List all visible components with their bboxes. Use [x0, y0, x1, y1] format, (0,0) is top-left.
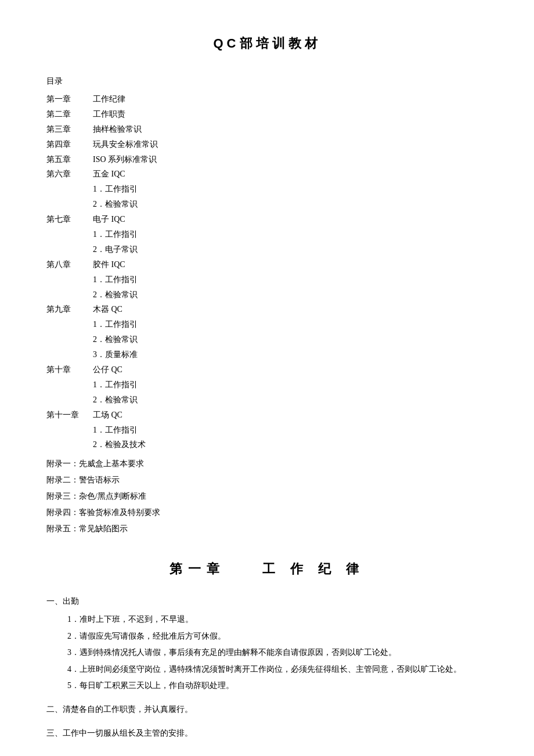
list-item-4-text: 4．上班时间必须坚守岗位，遇特殊情况须暂时离开工作岗位，必须先征得组长、主管同意… — [67, 665, 461, 674]
section3-title: 三、工作中一切服从组长及主管的安排。 — [46, 726, 488, 741]
toc-sub-9-3: 3．质量标准 — [46, 347, 488, 362]
list-item-5: 5．每日旷工积累三天以上，作自动辞职处理。 — [67, 678, 488, 694]
toc-content-7: 电子 IQC — [93, 212, 125, 227]
toc-content-10: 公仔 QC — [93, 362, 122, 377]
list-item-2: 2．请假应先写请假条，经批准后方可休假。 — [67, 629, 488, 645]
toc-row-8: 第八章 胶件 IQC — [46, 257, 488, 272]
toc-sub-10-2: 2．检验常识 — [46, 393, 488, 408]
list-item-1: 1．准时上下班，不迟到，不早退。 — [67, 612, 488, 628]
main-title: QC部培训教材 — [46, 35, 488, 52]
toc-content-6: 五金 IQC — [93, 167, 125, 182]
chapter1-title: 第一章 工 作 纪 律 — [46, 560, 488, 578]
toc-content-2: 工作职责 — [93, 107, 125, 122]
list-item-2-text: 2．请假应先写请假条，经批准后方可休假。 — [67, 632, 226, 640]
toc-content-9: 木器 QC — [93, 302, 122, 317]
toc-row-10: 第十章 公仔 QC — [46, 362, 488, 377]
toc-content-4: 玩具安全标准常识 — [93, 137, 158, 152]
section1-list: 1．准时上下班，不迟到，不早退。 2．请假应先写请假条，经批准后方可休假。 3．… — [46, 612, 488, 694]
appendix-5: 附录五：常见缺陷图示 — [46, 521, 488, 537]
appendix-4: 附录四：客验货标准及特别要求 — [46, 505, 488, 521]
toc-row-2: 第二章 工作职责 — [46, 107, 488, 122]
toc-row-3: 第三章 抽样检验常识 — [46, 122, 488, 137]
toc-sub-6-1: 1．工作指引 — [46, 182, 488, 197]
toc-row-1: 第一章 工作纪律 — [46, 92, 488, 107]
toc-sub-9-2: 2．检验常识 — [46, 332, 488, 347]
toc-sub-7-1: 1．工作指引 — [46, 227, 488, 242]
chapter1-content: 一、出勤 1．准时上下班，不迟到，不早退。 2．请假应先写请假条，经批准后方可休… — [46, 594, 488, 741]
toc-chapter-11: 第十一章 — [46, 408, 93, 423]
toc-chapter-3: 第三章 — [46, 122, 93, 137]
toc-sub-10-1: 1．工作指引 — [46, 377, 488, 393]
appendix-2: 附录二：警告语标示 — [46, 472, 488, 488]
toc-chapter-6: 第六章 — [46, 167, 93, 182]
toc-row-7: 第七章 电子 IQC — [46, 212, 488, 227]
toc-sub-11-2: 2．检验及技术 — [46, 437, 488, 452]
toc-label: 目录 — [46, 73, 488, 89]
toc-chapter-8: 第八章 — [46, 257, 93, 272]
list-item-5-text: 5．每日旷工积累三天以上，作自动辞职处理。 — [67, 681, 234, 690]
toc-content-8: 胶件 IQC — [93, 257, 125, 272]
toc-content-11: 工场 QC — [93, 408, 122, 423]
toc-row-4: 第四章 玩具安全标准常识 — [46, 137, 488, 152]
toc-content-5: ISO 系列标准常识 — [93, 152, 157, 167]
toc-chapter-1: 第一章 — [46, 92, 93, 107]
toc-row-6: 第六章 五金 IQC — [46, 167, 488, 182]
toc-section: 目录 第一章 工作纪律 第二章 工作职责 第三章 抽样检验常识 第四章 玩具安全… — [46, 73, 488, 537]
toc-chapter-9: 第九章 — [46, 302, 93, 317]
appendix-1: 附录一：先威盒上基本要求 — [46, 456, 488, 472]
toc-chapter-5: 第五章 — [46, 152, 93, 167]
list-item-1-text: 1．准时上下班，不迟到，不早退。 — [67, 615, 193, 624]
toc-sub-8-1: 1．工作指引 — [46, 272, 488, 287]
toc-sub-7-2: 2．电子常识 — [46, 242, 488, 257]
section1-title: 一、出勤 — [46, 594, 488, 610]
toc-chapter-7: 第七章 — [46, 212, 93, 227]
toc-row-5: 第五章 ISO 系列标准常识 — [46, 152, 488, 167]
toc-chapter-4: 第四章 — [46, 137, 93, 152]
toc-content-1: 工作纪律 — [93, 92, 125, 107]
toc-sub-11-1: 1．工作指引 — [46, 423, 488, 438]
list-item-4: 4．上班时间必须坚守岗位，遇特殊情况须暂时离开工作岗位，必须先征得组长、主管同意… — [67, 662, 488, 678]
toc-chapter-10: 第十章 — [46, 362, 93, 377]
toc-row-9: 第九章 木器 QC — [46, 302, 488, 317]
toc-content-3: 抽样检验常识 — [93, 122, 142, 137]
section2-title: 二、清楚各自的工作职责，并认真履行。 — [46, 702, 488, 718]
toc-sub-8-2: 2．检验常识 — [46, 287, 488, 303]
list-item-3-text: 3．遇到特殊情况托人请假，事后须有充足的理由解释不能亲自请假原因，否则以旷工论处… — [67, 648, 396, 657]
toc-sub-9-1: 1．工作指引 — [46, 317, 488, 332]
list-item-3: 3．遇到特殊情况托人请假，事后须有充足的理由解释不能亲自请假原因，否则以旷工论处… — [67, 645, 488, 661]
toc-chapter-2: 第二章 — [46, 107, 93, 122]
toc-row-11: 第十一章 工场 QC — [46, 408, 488, 423]
page: QC部培训教材 目录 第一章 工作纪律 第二章 工作职责 第三章 抽样检验常识 … — [0, 0, 534, 756]
toc-appendices: 附录一：先威盒上基本要求 附录二：警告语标示 附录三：杂色/黑点判断标准 附录四… — [46, 456, 488, 537]
toc-sub-6-2: 2．检验常识 — [46, 197, 488, 212]
appendix-3: 附录三：杂色/黑点判断标准 — [46, 488, 488, 505]
